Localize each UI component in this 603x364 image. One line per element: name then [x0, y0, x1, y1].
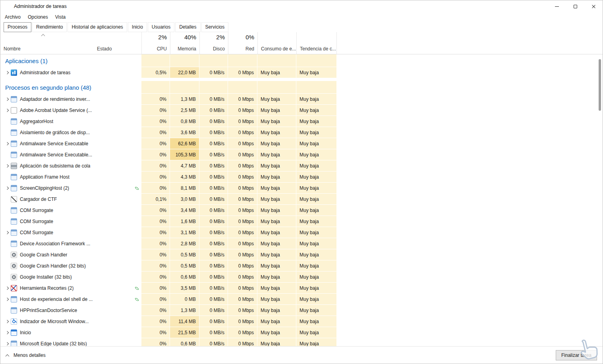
- tab-usuarios[interactable]: Usuarios: [148, 22, 174, 32]
- status-cell: [94, 260, 141, 272]
- network-value: 0 Mbps: [228, 327, 257, 338]
- memory-value: 1,3 MB: [170, 94, 199, 105]
- column-header-memoria[interactable]: 40% Memoria: [170, 32, 199, 54]
- process-name: Inicio: [20, 330, 31, 335]
- process-row[interactable]: Inicio 0% 21,5 MB 0 MB/s 0 Mbps Muy baja…: [0, 327, 603, 338]
- expand-chevron-icon[interactable]: [4, 109, 11, 112]
- cpu-value: 0%: [141, 216, 170, 227]
- expand-chevron-icon[interactable]: [4, 165, 11, 167]
- process-row[interactable]: Device Association Framework ... 0% 2,8 …: [0, 238, 603, 249]
- status-cell: [94, 283, 141, 294]
- column-header-red[interactable]: 0% Red: [228, 32, 257, 54]
- memory-value: 8,1 MB: [170, 183, 199, 194]
- expand-chevron-icon[interactable]: [4, 231, 11, 234]
- expand-chevron-icon[interactable]: [4, 98, 11, 100]
- tab-servicios[interactable]: Servicios: [201, 22, 229, 32]
- minimize-button[interactable]: [548, 0, 566, 12]
- process-row[interactable]: COM Surrogate 0% 1,6 MB 0 MB/s 0 Mbps Mu…: [0, 216, 603, 227]
- process-row[interactable]: Herramienta Recortes (2) 0% 3,5 MB 0 MB/…: [0, 283, 603, 294]
- process-row[interactable]: Adobe Acrobat Update Service (... 0% 2,5…: [0, 105, 603, 116]
- white-box-icon: [11, 107, 17, 114]
- process-row[interactable]: Administrador de tareas 0,5% 22,0 MB 0 M…: [0, 67, 603, 78]
- expand-chevron-icon[interactable]: [4, 143, 11, 145]
- column-header-cpu[interactable]: 2% CPU: [141, 32, 170, 54]
- status-cell: [94, 316, 141, 327]
- cpu-value: 0%: [141, 316, 170, 327]
- power-usage-value: Muy baja: [257, 160, 296, 171]
- expand-chevron-icon[interactable]: [4, 298, 11, 300]
- expand-chevron-icon[interactable]: [4, 71, 11, 74]
- close-icon: [591, 4, 596, 9]
- menu-item-archivo[interactable]: Archivo: [1, 13, 24, 21]
- scrollbar[interactable]: [597, 54, 603, 346]
- memory-value: 4,7 MB: [170, 160, 199, 171]
- column-header-disco[interactable]: 2% Disco: [199, 32, 228, 54]
- menu-item-opciones[interactable]: Opciones: [24, 13, 52, 21]
- memory-value: 3,6 MB: [170, 127, 199, 138]
- process-row[interactable]: COM Surrogate 0% 3,4 MB 0 MB/s 0 Mbps Mu…: [0, 205, 603, 216]
- process-row[interactable]: ScreenClippingHost (2) 0% 8,1 MB 0 MB/s …: [0, 183, 603, 194]
- memory-value: 0,6 MB: [170, 338, 199, 346]
- suspended-leaf-icon: [135, 297, 139, 301]
- process-row[interactable]: Application Frame Host 0% 4,3 MB 0 MB/s …: [0, 171, 603, 183]
- process-row[interactable]: Aislamiento de gráficos de disp... 0% 3,…: [0, 127, 603, 138]
- tab-inicio[interactable]: Inicio: [128, 22, 147, 32]
- process-row[interactable]: Cargador de CTF 0,1% 3,0 MB 0 MB/s 0 Mbp…: [0, 194, 603, 205]
- expand-chevron-icon[interactable]: [4, 331, 11, 334]
- column-header-nombre[interactable]: Nombre: [0, 32, 94, 54]
- disk-value: 0 MB/s: [199, 127, 228, 138]
- suspended-leaf-icon: [135, 286, 139, 290]
- maximize-button[interactable]: [566, 0, 584, 12]
- column-header-tendencia-consumo[interactable]: Tendencia de c...: [296, 32, 337, 54]
- process-name: Aislamiento de gráficos de disp...: [20, 130, 90, 135]
- process-row[interactable]: Google Installer (32 bits) 0% 0,6 MB 0 M…: [0, 272, 603, 283]
- process-row[interactable]: Google Crash Handler 0% 0,5 MB 0 MB/s 0 …: [0, 249, 603, 260]
- cpu-total-percent: 2%: [158, 34, 167, 40]
- column-header-estado[interactable]: Estado: [94, 32, 141, 54]
- tab-rendimiento[interactable]: Rendimiento: [32, 22, 67, 32]
- process-row[interactable]: Google Crash Handler (32 bits) 0% 0,5 MB…: [0, 260, 603, 272]
- process-row[interactable]: Aplicación de subsistema de cola 0% 4,7 …: [0, 160, 603, 171]
- close-button[interactable]: [584, 0, 603, 12]
- power-trend-value: Muy baja: [296, 294, 337, 305]
- end-task-button[interactable]: Finalizar tarea: [556, 350, 597, 360]
- cpu-value: 0%: [141, 338, 170, 346]
- process-name: COM Surrogate: [20, 219, 53, 224]
- process-row[interactable]: Adaptador de rendimiento inver... 0% 1,3…: [0, 94, 603, 105]
- app-icon: [11, 129, 17, 136]
- process-row[interactable]: AggregatorHost 0% 0,8 MB 0 MB/s 0 Mbps M…: [0, 116, 603, 127]
- expand-chevron-icon[interactable]: [4, 320, 11, 323]
- app-icon: [11, 218, 17, 225]
- cpu-value: 0%: [141, 260, 170, 272]
- column-header-consumo-energia[interactable]: Consumo de e...: [257, 32, 296, 54]
- power-usage-value: Muy baja: [257, 305, 296, 316]
- suspended-leaf-icon: [135, 186, 139, 190]
- network-value: 0 Mbps: [228, 305, 257, 316]
- process-row[interactable]: HPPrintScanDoctorService 0% 1,3 MB 0 MB/…: [0, 305, 603, 316]
- disk-value: 0 MB/s: [199, 138, 228, 149]
- menu-item-vista[interactable]: Vista: [52, 13, 69, 21]
- power-trend-value: Muy baja: [296, 116, 337, 127]
- scrollbar-thumb[interactable]: [599, 59, 601, 111]
- process-row[interactable]: Antimalware Service Executable 0% 62,6 M…: [0, 138, 603, 149]
- disk-value: 0 MB/s: [199, 338, 228, 346]
- memory-value: 0,8 MB: [170, 116, 199, 127]
- tab-procesos[interactable]: Procesos: [4, 22, 31, 32]
- cpu-value: 0%: [141, 94, 170, 105]
- maximize-icon: [574, 5, 577, 8]
- network-value: 0 Mbps: [228, 260, 257, 272]
- process-row[interactable]: Antimalware Service Executable... 0% 105…: [0, 149, 603, 160]
- expand-chevron-icon[interactable]: [4, 187, 11, 189]
- process-row[interactable]: Host de experiencia del shell de ... 0% …: [0, 294, 603, 305]
- pen-icon: [11, 196, 17, 202]
- memory-value: 11,4 MB: [170, 316, 199, 327]
- process-row[interactable]: COM Surrogate 0% 3,1 MB 0 MB/s 0 Mbps Mu…: [0, 227, 603, 238]
- tab-historial-de-aplicaciones[interactable]: Historial de aplicaciones: [68, 22, 127, 32]
- less-details-button[interactable]: Menos detalles: [6, 352, 46, 358]
- expand-chevron-icon[interactable]: [4, 287, 11, 289]
- process-row[interactable]: Indizador de Microsoft Window... 0% 11,4…: [0, 316, 603, 327]
- title-bar[interactable]: Administrador de tareas: [0, 0, 603, 12]
- expand-chevron-icon[interactable]: [4, 343, 11, 345]
- tab-detalles[interactable]: Detalles: [175, 22, 200, 32]
- process-row[interactable]: Microsoft Edge Update (32 bits) 0% 0,6 M…: [0, 338, 603, 346]
